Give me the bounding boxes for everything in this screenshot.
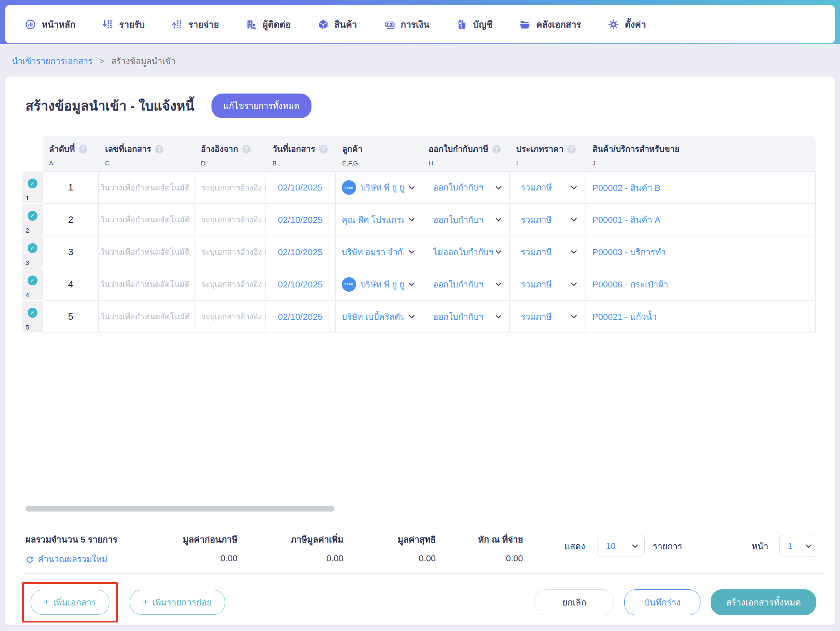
total-value: 0.00 (237, 553, 343, 563)
table-body: ✓ 1 1 เว้นว่างเพื่อกำหนดอัตโนมัติ ระบุเอ… (22, 171, 816, 333)
nav-item-income[interactable]: รายรับ (102, 17, 145, 31)
column-header: อ้างอิงจาก ? D (194, 136, 266, 171)
cell-doc-number-input[interactable]: เว้นว่างเพื่อกำหนดอัตโนมัติ (99, 204, 194, 236)
nav-item-expense[interactable]: รายจ่าย (171, 17, 219, 31)
per-page-select[interactable]: 10 (597, 535, 645, 557)
column-header: ออกใบกำกับภาษี ? H (422, 136, 510, 171)
cell-price-type-dropdown[interactable]: รวมภาษี (510, 236, 586, 268)
nav-item-documents[interactable]: คลังเอกสาร (519, 17, 581, 31)
nav-item-settings[interactable]: ตั้งค่า (608, 17, 646, 31)
breadcrumb-link[interactable]: นำเข้ารายการเอกสาร (12, 54, 93, 68)
help-icon[interactable]: ? (319, 145, 328, 153)
cell-document-date[interactable]: 02/10/2025 (266, 301, 336, 333)
cell-tax-invoice-dropdown[interactable]: ออกใบกำกับฯ (422, 204, 510, 236)
row-number: 3 (26, 259, 29, 266)
nav-item-accounting[interactable]: บัญชี (456, 17, 492, 31)
nav-items: หน้าหลัก รายรับ รายจ่าย ผู้ติดต่อ สินค้า… (25, 17, 646, 31)
nav-item-products[interactable]: สินค้า (317, 17, 357, 31)
finance-icon (384, 19, 395, 30)
page-title: สร้างข้อมูลนำเข้า - ใบแจ้งหนี้ (26, 95, 194, 117)
help-icon[interactable]: ? (492, 145, 501, 153)
nav-item-contacts[interactable]: ผู้ติดต่อ (246, 17, 291, 31)
cell-document-date[interactable]: 02/10/2025 (266, 204, 336, 236)
cell-customer-dropdown[interactable]: PΞΛK บริษัท พี ยู ยู... (336, 171, 422, 204)
cell-document-date[interactable]: 02/10/2025 (266, 236, 336, 268)
chevron-down-icon (495, 282, 502, 286)
show-label: แสดง (564, 539, 585, 553)
cell-tax-invoice-dropdown[interactable]: ออกใบกำกับฯ (422, 301, 510, 333)
cell-reference-input[interactable]: ระบุเอกสารอ้างอิง ถ้ามี (194, 236, 266, 268)
add-document-button[interactable]: + เพิ่มเอกสาร (31, 590, 109, 615)
cell-product-dropdown[interactable]: P00006 - กระเป๋าผ้า (586, 268, 816, 301)
tax-invoice-value: ออกใบกำกับฯ (433, 278, 495, 291)
price-type-value: รวมภาษี (521, 278, 571, 291)
page-label: หน้า (752, 539, 769, 553)
cell-doc-number-input[interactable]: เว้นว่างเพื่อกำหนดอัตโนมัติ (99, 268, 194, 301)
cell-reference-input[interactable]: ระบุเอกสารอ้างอิง ถ้ามี (194, 204, 266, 236)
title-row: สร้างข้อมูลนำเข้า - ใบแจ้งหนี้ แก้ไขรายก… (26, 94, 835, 118)
price-type-value: รวมภาษี (521, 181, 571, 194)
cell-price-type-dropdown[interactable]: รวมภาษี (510, 204, 586, 236)
cell-reference-input[interactable]: ระบุเอกสารอ้างอิง ถ้ามี (194, 301, 266, 333)
chevron-down-icon (409, 315, 415, 318)
cell-document-date[interactable]: 02/10/2025 (266, 268, 336, 301)
cell-reference-input[interactable]: ระบุเอกสารอ้างอิง ถ้ามี (194, 171, 266, 204)
recalculate-link[interactable]: คำนวณผลรวมใหม่ (26, 552, 134, 566)
products-icon (317, 19, 329, 30)
cell-product-dropdown[interactable]: P00021 - แก้วน้ำ (586, 301, 816, 333)
cell-product-dropdown[interactable]: P00003 - บริการทำ (586, 236, 816, 268)
chevron-down-icon (806, 544, 812, 548)
cell-product-dropdown[interactable]: P00002 - สินค้า B (586, 171, 816, 204)
cell-price-type-dropdown[interactable]: รวมภาษี (510, 268, 586, 301)
product-value: P00003 - บริการทำ (592, 245, 666, 259)
cell-tax-invoice-dropdown[interactable]: ออกใบกำกับฯ (422, 268, 510, 301)
column-letter: A (49, 159, 96, 167)
horizontal-scrollbar[interactable] (26, 506, 334, 512)
cell-price-type-dropdown[interactable]: รวมภาษี (510, 171, 586, 204)
income-icon (102, 19, 114, 30)
cell-product-dropdown[interactable]: P00001 - สินค้า A (586, 204, 816, 236)
page-select[interactable]: 1 (779, 535, 818, 557)
row-selector[interactable]: ✓ 4 (22, 268, 43, 300)
nav-item-finance[interactable]: การเงิน (384, 17, 430, 31)
chevron-down-icon (495, 218, 502, 222)
help-icon[interactable]: ? (155, 145, 163, 153)
row-selector[interactable]: ✓ 3 (22, 236, 43, 268)
add-document-label: เพิ่มเอกสาร (53, 595, 96, 609)
cell-price-type-dropdown[interactable]: รวมภาษี (510, 301, 586, 333)
cell-customer-dropdown[interactable]: บริษัท เบบี้คริสตัน... (336, 301, 422, 333)
help-icon[interactable]: ? (567, 145, 576, 153)
edit-all-button[interactable]: แก้ไขรายการทั้งหมด (211, 94, 311, 118)
cell-customer-dropdown[interactable]: PΞΛK บริษัท พี ยู ยู... (336, 268, 422, 301)
add-sub-item-button[interactable]: + เพิ่มรายการย่อย (130, 590, 225, 615)
row-selector[interactable]: ✓ 1 (22, 171, 43, 203)
save-draft-button[interactable]: บันทึกร่าง (624, 589, 700, 615)
cell-reference-input[interactable]: ระบุเอกสารอ้างอิง ถ้ามี (194, 268, 266, 301)
product-value: P00002 - สินค้า B (592, 181, 660, 195)
help-icon[interactable]: ? (79, 145, 87, 153)
main-card: สร้างข้อมูลนำเข้า - ใบแจ้งหนี้ แก้ไขรายก… (5, 77, 835, 625)
customer-name: คุณ พีค โปรแกรม... (342, 213, 404, 227)
cell-doc-number-input[interactable]: เว้นว่างเพื่อกำหนดอัตโนมัติ (99, 171, 194, 204)
help-icon[interactable]: ? (242, 145, 251, 153)
main-navbar: หน้าหลัก รายรับ รายจ่าย ผู้ติดต่อ สินค้า… (5, 5, 835, 43)
row-number: 5 (26, 324, 29, 331)
cancel-button[interactable]: ยกเลิก (534, 589, 614, 615)
row-selector[interactable]: ✓ 5 (22, 301, 43, 333)
row-selector[interactable]: ✓ 2 (22, 204, 43, 236)
table-row: ✓ 5 5 เว้นว่างเพื่อกำหนดอัตโนมัติ ระบุเอ… (22, 301, 816, 333)
create-all-button[interactable]: สร้างเอกสารทั้งหมด (711, 589, 816, 615)
table-row: ✓ 1 1 เว้นว่างเพื่อกำหนดอัตโนมัติ ระบุเอ… (22, 171, 816, 204)
cell-customer-dropdown[interactable]: บริษัท อมรา จำกั... (336, 236, 422, 268)
cell-doc-number-input[interactable]: เว้นว่างเพื่อกำหนดอัตโนมัติ (99, 301, 194, 333)
cell-document-date[interactable]: 02/10/2025 (266, 171, 336, 204)
chevron-down-icon (495, 186, 502, 190)
nav-item-dashboard[interactable]: หน้าหลัก (25, 17, 75, 31)
cell-tax-invoice-dropdown[interactable]: ไม่ออกใบกำกับฯ (422, 236, 510, 268)
total-block: หัก ณ ที่จ่าย 0.00 (436, 532, 523, 563)
cell-customer-dropdown[interactable]: คุณ พีค โปรแกรม... (336, 204, 422, 236)
row-number: 1 (26, 194, 29, 202)
cell-tax-invoice-dropdown[interactable]: ออกใบกำกับฯ (422, 171, 510, 204)
divider (22, 521, 826, 521)
cell-doc-number-input[interactable]: เว้นว่างเพื่อกำหนดอัตโนมัติ (99, 236, 194, 268)
